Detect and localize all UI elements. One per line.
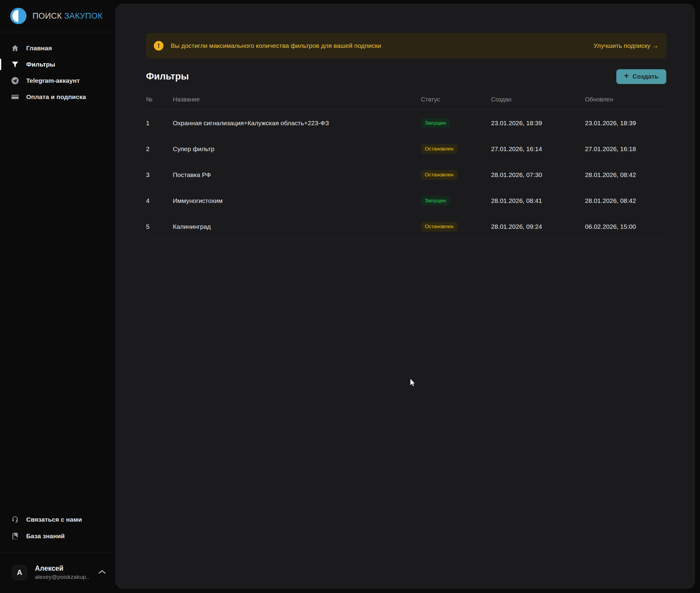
book-icon (11, 532, 19, 540)
sidebar-item-telegram[interactable]: Telegram-аккаунт (0, 73, 115, 89)
updated-date: 06.02.2026, 15:00 (585, 223, 666, 230)
table-row[interactable]: 3 Поставка РФ Остановлен 28.01.2026, 07:… (146, 162, 666, 188)
page-header: Фильтры + Создать (146, 69, 666, 84)
updated-date: 27.01.2026, 16:18 (585, 145, 666, 153)
user-email: alexey@poiskzakup... (35, 574, 89, 580)
table-row[interactable]: 5 Калининград Остановлен 28.01.2026, 09:… (146, 214, 666, 240)
main-content: ! Вы достигли максимального количества ф… (115, 4, 695, 589)
sidebar-footer: Связаться с нами База знаний A Алексей a… (0, 511, 115, 593)
warning-icon: ! (154, 41, 163, 50)
filter-name: Супер фильтр (173, 145, 421, 153)
created-date: 28.01.2026, 07:30 (491, 171, 585, 179)
updated-date: 28.01.2026, 08:42 (585, 171, 666, 179)
filter-icon (11, 61, 19, 68)
status-badge: Запущен (421, 196, 450, 206)
row-number: 4 (146, 197, 173, 204)
subscription-limit-banner: ! Вы достигли максимального количества ф… (146, 33, 666, 58)
sidebar-item-contact-us[interactable]: Связаться с нами (0, 511, 115, 528)
sidebar: ПОИСК ЗАКУПОК Главная Фильтры Telegram-а… (0, 0, 115, 593)
created-date: 28.01.2026, 09:24 (491, 223, 585, 230)
column-header-name: Название (173, 96, 421, 103)
upgrade-subscription-link[interactable]: Улучшить подписку → (593, 42, 658, 49)
sidebar-item-label: Оплата и подписка (26, 93, 86, 101)
user-name: Алексей (35, 564, 89, 572)
telegram-icon (11, 77, 19, 85)
row-number: 5 (146, 223, 173, 230)
page-title: Фильтры (146, 71, 189, 82)
sidebar-nav: Главная Фильтры Telegram-аккаунт Оплата … (0, 40, 115, 105)
headset-icon (11, 516, 19, 523)
logo-text: ПОИСК ЗАКУПОК (33, 11, 103, 21)
table-header-row: № Название Статус Создан Обновлен (146, 89, 666, 110)
filters-table: № Название Статус Создан Обновлен 1 Охра… (146, 89, 666, 240)
status-badge: Остановлен (421, 170, 457, 180)
banner-message: Вы достигли максимального количества фил… (171, 42, 381, 49)
credit-card-icon (11, 93, 19, 101)
create-button-label: Создать (632, 73, 658, 80)
create-filter-button[interactable]: + Создать (616, 69, 666, 84)
column-header-number: № (146, 96, 173, 103)
status-badge: Запущен (421, 118, 450, 128)
sidebar-item-label: Связаться с нами (26, 516, 82, 523)
sidebar-item-payment[interactable]: Оплата и подписка (0, 89, 115, 105)
created-date: 27.01.2026, 16:14 (491, 145, 585, 153)
plus-icon: + (624, 72, 629, 80)
created-date: 28.01.2026, 08:41 (491, 197, 585, 204)
table-row[interactable]: 4 Иммуногистохим Запущен 28.01.2026, 08:… (146, 188, 666, 214)
sidebar-item-knowledge-base[interactable]: База знаний (0, 528, 115, 544)
created-date: 23.01.2026, 18:39 (491, 119, 585, 127)
sidebar-item-label: Главная (26, 45, 52, 52)
sidebar-item-home[interactable]: Главная (0, 40, 115, 56)
filter-name: Охранная сигнализация+Калужская область+… (173, 119, 421, 127)
status-badge: Остановлен (421, 144, 457, 154)
user-meta: Алексей alexey@poiskzakup... (35, 564, 89, 580)
column-header-status: Статус (421, 96, 491, 103)
logo-icon (10, 8, 27, 24)
filter-name: Поставка РФ (173, 171, 421, 179)
row-number: 3 (146, 171, 173, 179)
avatar: A (12, 565, 27, 580)
logo[interactable]: ПОИСК ЗАКУПОК (0, 0, 115, 32)
home-icon (11, 44, 19, 52)
row-number: 1 (146, 119, 173, 127)
user-menu[interactable]: A Алексей alexey@poiskzakup... (0, 552, 115, 593)
sidebar-item-filters[interactable]: Фильтры (0, 56, 115, 73)
updated-date: 28.01.2026, 08:42 (585, 197, 666, 204)
filter-name: Калининград (173, 223, 421, 230)
logo-part1: ПОИСК (33, 11, 62, 21)
status-badge: Остановлен (421, 222, 457, 232)
sidebar-item-label: Telegram-аккаунт (26, 77, 80, 84)
updated-date: 23.01.2026, 18:39 (585, 119, 666, 127)
column-header-updated: Обновлен (585, 96, 666, 103)
table-row[interactable]: 1 Охранная сигнализация+Калужская област… (146, 110, 666, 136)
filter-name: Иммуногистохим (173, 197, 421, 204)
logo-part2: ЗАКУПОК (65, 11, 103, 21)
app-root: { "logo": { "part1": "ПОИСК", "part2": "… (0, 0, 700, 593)
row-number: 2 (146, 145, 173, 153)
sidebar-item-label: База знаний (26, 532, 65, 540)
chevron-up-icon (98, 569, 106, 576)
table-row[interactable]: 2 Супер фильтр Остановлен 27.01.2026, 16… (146, 136, 666, 162)
sidebar-item-label: Фильтры (26, 61, 55, 68)
column-header-created: Создан (491, 96, 585, 103)
